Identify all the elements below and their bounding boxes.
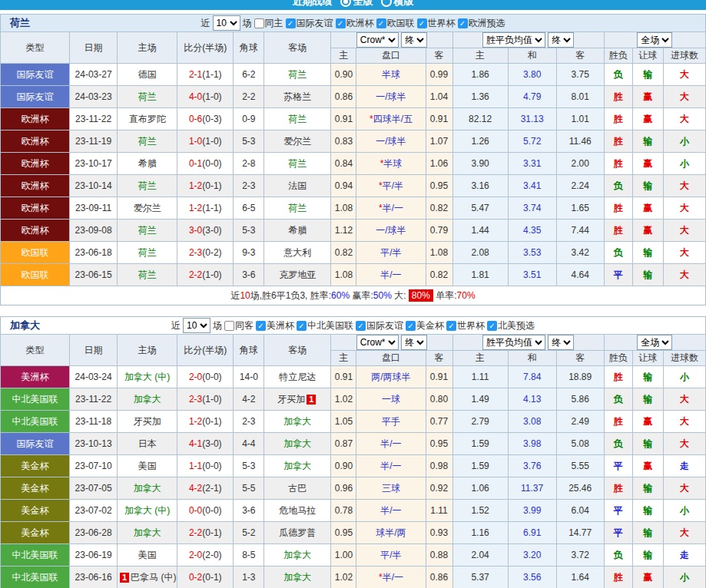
odds-final-select[interactable]: 终 — [401, 32, 427, 48]
cell-away-team[interactable]: 意大利 — [264, 242, 331, 264]
cell-home-team[interactable]: 牙买加 — [118, 411, 177, 433]
cell-away-team[interactable]: 加拿大 — [264, 433, 331, 455]
cell-home-team[interactable]: 直布罗陀 — [118, 108, 177, 130]
same-venue-checkbox[interactable]: 同主 — [254, 17, 283, 30]
checkbox-checked-icon[interactable]: ✓ — [256, 321, 266, 331]
checkbox-checked-icon[interactable]: ✓ — [487, 321, 497, 331]
cell-home-team[interactable]: 加拿大 — [118, 388, 177, 411]
cell-away-team[interactable]: 牙买加1 — [264, 388, 331, 411]
cell-away-team[interactable]: 苏格兰 — [264, 86, 331, 108]
cell-home-team[interactable]: 日本 — [118, 433, 177, 455]
radio-selected-icon[interactable] — [340, 0, 351, 7]
cell-league[interactable]: 欧洲杯 — [1, 108, 70, 130]
league-checkbox[interactable]: ✓国际友谊 — [286, 17, 333, 30]
scope-select[interactable]: 全场 — [637, 32, 672, 48]
cell-away-team[interactable]: 希腊 — [264, 220, 331, 242]
cell-league[interactable]: 美洲杯 — [1, 366, 70, 388]
cell-league[interactable]: 欧洲杯 — [1, 197, 70, 220]
cell-away-team[interactable]: 荷兰 — [264, 197, 331, 220]
cell-home-team[interactable]: 加拿大 — [118, 522, 177, 544]
league-checkbox[interactable]: ✓中北美国联 — [297, 319, 353, 332]
cell-home-team[interactable]: 希腊 — [118, 153, 177, 175]
cell-league[interactable]: 欧洲杯 — [1, 220, 70, 242]
avg-final-select[interactable]: 终 — [548, 32, 574, 48]
avg-type-select[interactable]: 胜平负均值 — [482, 32, 545, 48]
league-checkbox[interactable]: ✓北美预选 — [487, 319, 535, 332]
league-checkbox[interactable]: ✓世界杯 — [446, 319, 485, 332]
version-radio-full[interactable]: 全版 — [340, 0, 373, 8]
cell-league[interactable]: 欧洲杯 — [1, 175, 70, 197]
cell-league[interactable]: 中北美国联 — [1, 388, 70, 411]
cell-home-team[interactable]: 荷兰 — [118, 220, 177, 242]
cell-league[interactable]: 中北美国联 — [1, 544, 70, 567]
cell-home-team[interactable]: 荷兰 — [118, 242, 177, 264]
league-checkbox[interactable]: ✓欧国联 — [376, 17, 415, 30]
cell-away-team[interactable]: 特立尼达 — [264, 366, 331, 388]
cell-away-team[interactable]: 加拿大 — [264, 567, 331, 588]
cell-league[interactable]: 国际友谊 — [1, 433, 70, 455]
cell-league[interactable]: 国际友谊 — [1, 64, 70, 86]
cell-away-team[interactable]: 荷兰 — [264, 108, 331, 130]
cell-home-team[interactable]: 加拿大 (中) — [118, 500, 177, 522]
cell-home-team[interactable]: 荷兰 — [118, 86, 177, 108]
cell-league[interactable]: 欧洲杯 — [1, 130, 70, 153]
league-checkbox[interactable]: ✓美洲杯 — [256, 319, 294, 332]
cell-league[interactable]: 美金杯 — [1, 500, 70, 522]
match-count-select[interactable]: 10 — [183, 318, 210, 333]
cell-home-team[interactable]: 加拿大 — [118, 477, 177, 500]
cell-away-team[interactable]: 危地马拉 — [264, 500, 331, 522]
odds-source-select[interactable]: Crow* — [356, 335, 399, 350]
avg-type-select[interactable]: 胜平负均值 — [482, 335, 545, 350]
cell-away-team[interactable]: 瓜德罗普 — [264, 522, 331, 544]
cell-league[interactable]: 美金杯 — [1, 477, 70, 500]
league-checkbox[interactable]: ✓美金杯 — [406, 319, 444, 332]
checkbox-checked-icon[interactable]: ✓ — [458, 18, 468, 28]
cell-home-team[interactable]: 爱尔兰 — [118, 197, 177, 220]
checkbox-checked-icon[interactable]: ✓ — [336, 18, 346, 28]
avg-final-select[interactable]: 终 — [548, 335, 574, 350]
scope-select[interactable]: 全场 — [637, 335, 672, 350]
cell-league[interactable]: 国际友谊 — [1, 86, 70, 108]
cell-away-team[interactable]: 荷兰 — [264, 64, 331, 86]
checkbox-icon[interactable] — [254, 18, 264, 28]
checkbox-checked-icon[interactable]: ✓ — [417, 18, 427, 28]
cell-league[interactable]: 美金杯 — [1, 522, 70, 544]
cell-away-team[interactable]: 古巴 — [264, 477, 331, 500]
league-checkbox[interactable]: ✓国际友谊 — [356, 319, 403, 332]
same-venue-checkbox[interactable]: 同客 — [224, 319, 254, 332]
checkbox-checked-icon[interactable]: ✓ — [286, 18, 296, 28]
cell-away-team[interactable]: 加拿大 — [264, 455, 331, 477]
cell-home-team[interactable]: 德国 — [118, 64, 177, 86]
cell-league[interactable]: 欧国联 — [1, 242, 70, 264]
cell-home-team[interactable]: 1巴拿马 (中) — [118, 567, 177, 588]
cell-home-team[interactable]: 加拿大 (中) — [118, 366, 177, 388]
cell-league[interactable]: 中北美国联 — [1, 411, 70, 433]
cell-home-team[interactable]: 荷兰 — [118, 175, 177, 197]
league-checkbox[interactable]: ✓欧洲杯 — [336, 17, 374, 30]
checkbox-checked-icon[interactable]: ✓ — [297, 321, 307, 331]
checkbox-checked-icon[interactable]: ✓ — [406, 321, 416, 331]
odds-source-select[interactable]: Crow* — [356, 32, 399, 48]
odds-final-select[interactable]: 终 — [401, 335, 427, 350]
cell-away-team[interactable]: 克罗地亚 — [264, 264, 331, 286]
checkbox-checked-icon[interactable]: ✓ — [376, 18, 386, 28]
cell-home-team[interactable]: 荷兰 — [118, 264, 177, 286]
cell-home-team[interactable]: 美国 — [118, 455, 177, 477]
cell-away-team[interactable]: 加拿大 — [264, 411, 331, 433]
checkbox-checked-icon[interactable]: ✓ — [356, 321, 366, 331]
cell-away-team[interactable]: 加拿大 — [264, 544, 331, 567]
checkbox-icon[interactable] — [224, 321, 234, 331]
cell-away-team[interactable]: 荷兰 — [264, 153, 331, 175]
cell-league[interactable]: 中北美国联 — [1, 567, 70, 588]
radio-unselected-icon[interactable] — [381, 0, 392, 7]
match-count-select[interactable]: 10 — [213, 15, 240, 31]
cell-league[interactable]: 欧洲杯 — [1, 153, 70, 175]
cell-away-team[interactable]: 法国 — [264, 175, 331, 197]
version-radio-compact[interactable]: 横版 — [381, 0, 414, 8]
cell-league[interactable]: 欧国联 — [1, 264, 70, 286]
cell-home-team[interactable]: 荷兰 — [118, 130, 177, 153]
cell-league[interactable]: 美金杯 — [1, 455, 70, 477]
league-checkbox[interactable]: ✓欧洲预选 — [458, 17, 505, 30]
checkbox-checked-icon[interactable]: ✓ — [446, 321, 456, 331]
cell-home-team[interactable]: 美国 — [118, 544, 177, 567]
